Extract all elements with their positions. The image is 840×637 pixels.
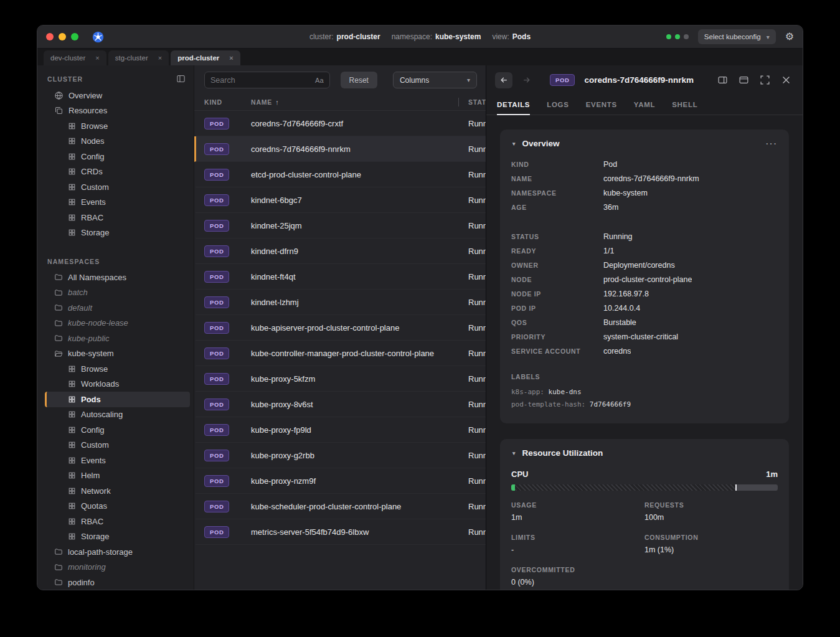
pod-row[interactable]: POD kindnet-dfrn9 Running xyxy=(194,238,486,264)
sidebar-kube-system-item[interactable]: RBAC xyxy=(45,514,190,529)
search-input[interactable] xyxy=(210,76,311,85)
sidebar-namespace-kube-system[interactable]: kube-system xyxy=(45,346,190,362)
sidebar-item-resources[interactable]: Resources xyxy=(45,103,190,119)
grid-icon xyxy=(68,487,76,495)
pod-status: Running xyxy=(459,476,486,486)
resource-utilization-card: ▼ Resource Utilization CPU 1m xyxy=(500,439,789,590)
globe-icon xyxy=(54,91,64,100)
pod-status: Running xyxy=(459,170,486,179)
pod-row[interactable]: POD kube-proxy-8v6st Running xyxy=(194,392,486,417)
back-button[interactable] xyxy=(495,72,512,88)
pod-row[interactable]: POD kube-apiserver-prod-cluster-control-… xyxy=(194,315,486,341)
panel-right-icon[interactable] xyxy=(717,75,728,85)
status-column-header[interactable]: STATUS xyxy=(459,98,486,106)
pod-row[interactable]: POD coredns-7d764666f9-nnrkm Running xyxy=(194,136,486,162)
pod-row[interactable]: POD kindnet-lzhmj Running xyxy=(194,290,486,315)
titlebar: cluster:prod-clusternamespace:kube-syste… xyxy=(37,26,803,49)
cluster-tab[interactable]: prod-cluster × xyxy=(171,50,240,65)
zoom-window-button[interactable] xyxy=(71,33,78,40)
pod-row[interactable]: POD coredns-7d764666f9-crxtf Running xyxy=(194,111,486,136)
sidebar-kube-system-item[interactable]: Browse xyxy=(45,361,190,377)
pod-row[interactable]: POD kube-proxy-5kfzm Running xyxy=(194,366,486,392)
collapse-caret-icon[interactable]: ▼ xyxy=(511,450,516,456)
pod-row[interactable]: POD kindnet-ft4qt Running xyxy=(194,264,486,290)
pod-name: kindnet-6bgc7 xyxy=(251,196,459,205)
collapse-sidebar-icon[interactable] xyxy=(176,74,186,83)
sidebar-kube-system-item[interactable]: Workloads xyxy=(45,377,190,392)
dock-window-icon[interactable] xyxy=(739,75,749,85)
close-panel-icon[interactable] xyxy=(781,75,791,85)
detail-tab[interactable]: DETAILS xyxy=(497,95,530,115)
pod-row[interactable]: POD metrics-server-5f54fb74d9-6lbxw Runn… xyxy=(194,519,486,545)
reset-button[interactable]: Reset xyxy=(341,72,377,88)
sidebar-namespace-item[interactable]: kube-node-lease xyxy=(45,316,190,331)
forward-button[interactable] xyxy=(517,72,535,88)
sidebar-resource-item[interactable]: Storage xyxy=(45,225,190,241)
sidebar-resource-item[interactable]: Events xyxy=(45,195,190,210)
pod-row[interactable]: POD kube-proxy-nzm9f Running xyxy=(194,468,486,494)
match-case-toggle[interactable]: Aa xyxy=(315,77,323,84)
pod-name: kube-apiserver-prod-cluster-control-plan… xyxy=(251,323,459,333)
tab-close-icon[interactable]: × xyxy=(158,54,162,62)
card-menu-button[interactable]: ··· xyxy=(766,139,778,148)
pod-row[interactable]: POD kube-controller-manager-prod-cluster… xyxy=(194,341,486,366)
sidebar-kube-system-item[interactable]: Storage xyxy=(45,529,190,545)
cluster-tab[interactable]: dev-cluster × xyxy=(44,50,106,65)
sidebar-namespace-item[interactable]: All Namespaces xyxy=(45,270,190,285)
folder-icon xyxy=(54,563,63,572)
close-window-button[interactable] xyxy=(46,33,54,40)
identity-fields: KIND Pod NAME coredns-7d764666f9-nnrkm N… xyxy=(511,157,778,214)
sidebar-kube-system-item[interactable]: Pods xyxy=(45,392,190,407)
pod-kind-badge: POD xyxy=(550,74,575,87)
sidebar-item-overview[interactable]: Overview xyxy=(45,88,190,103)
sidebar-namespace-item[interactable]: kube-public xyxy=(45,331,190,346)
detail-tab[interactable]: LOGS xyxy=(547,95,569,115)
expand-fullscreen-icon[interactable] xyxy=(760,75,770,85)
sidebar-kube-system-item[interactable]: Helm xyxy=(45,468,190,484)
pod-row[interactable]: POD kindnet-25jqm Running xyxy=(194,213,486,238)
detail-tab[interactable]: SHELL xyxy=(672,95,697,115)
sidebar-kube-system-item[interactable]: Network xyxy=(45,483,190,499)
sidebar-namespace-item[interactable]: podinfo xyxy=(45,575,190,590)
detail-tab[interactable]: YAML xyxy=(634,95,655,115)
kind-column-header[interactable]: KIND xyxy=(204,98,251,106)
pod-row[interactable]: POD kube-proxy-g2rbb Running xyxy=(194,443,486,468)
name-column-header[interactable]: NAME ↑ xyxy=(251,98,458,106)
layers-icon xyxy=(54,106,64,115)
sidebar-kube-system-item[interactable]: Config xyxy=(45,422,190,438)
tab-close-icon[interactable]: × xyxy=(95,54,99,62)
sidebar-resource-item[interactable]: Browse xyxy=(45,118,190,134)
pod-status: Running xyxy=(459,502,486,511)
columns-dropdown[interactable]: Columns ▾ xyxy=(393,72,477,88)
sidebar-namespace-item[interactable]: default xyxy=(45,300,190,316)
sidebar-resource-item[interactable]: Custom xyxy=(45,179,190,195)
settings-gear-icon[interactable]: ⚙ xyxy=(785,32,794,42)
pod-name: kube-proxy-fp9ld xyxy=(251,425,459,435)
sidebar-namespace-item[interactable]: batch xyxy=(45,285,190,301)
sidebar-kube-system-item[interactable]: Custom xyxy=(45,438,190,453)
collapse-caret-icon[interactable]: ▼ xyxy=(511,141,516,147)
pod-row[interactable]: POD kube-scheduler-prod-cluster-control-… xyxy=(194,494,486,519)
sidebar-kube-system-item[interactable]: Events xyxy=(45,453,190,468)
select-kubeconfig-dropdown[interactable]: Select kubeconfig ▾ xyxy=(698,29,776,44)
pod-row[interactable]: POD etcd-prod-cluster-control-plane Runn… xyxy=(194,162,486,187)
sidebar-resource-item[interactable]: Nodes xyxy=(45,134,190,149)
detail-title: coredns-7d764666f9-nnrkm xyxy=(584,75,712,85)
field-row: OWNER Deployment/coredns xyxy=(511,258,778,272)
kind-badge: POD xyxy=(204,501,229,513)
pod-row[interactable]: POD kindnet-6bgc7 Running xyxy=(194,187,486,213)
detail-tab[interactable]: EVENTS xyxy=(586,95,617,115)
sidebar-resource-item[interactable]: CRDs xyxy=(45,164,190,180)
pod-row[interactable]: POD kube-proxy-fp9ld Running xyxy=(194,417,486,443)
app-window: cluster:prod-clusternamespace:kube-syste… xyxy=(37,25,803,590)
sidebar-resource-item[interactable]: Config xyxy=(45,149,190,164)
sidebar-namespace-item[interactable]: monitoring xyxy=(45,560,190,575)
sidebar-resource-item[interactable]: RBAC xyxy=(45,210,190,225)
sidebar-namespace-item[interactable]: local-path-storage xyxy=(45,544,190,560)
sidebar-kube-system-item[interactable]: Quotas xyxy=(45,499,190,514)
grid-icon xyxy=(68,168,76,176)
cluster-tab[interactable]: stg-cluster × xyxy=(108,50,169,65)
sidebar-kube-system-item[interactable]: Autoscaling xyxy=(45,407,190,423)
minimize-window-button[interactable] xyxy=(59,33,66,40)
tab-close-icon[interactable]: × xyxy=(229,54,233,62)
